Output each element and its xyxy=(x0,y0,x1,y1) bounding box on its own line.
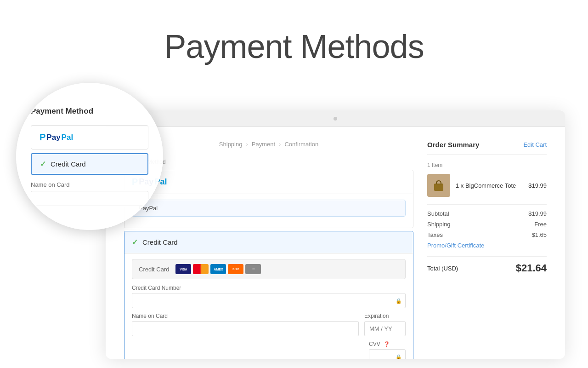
name-on-card-label: Name on Card xyxy=(132,313,359,319)
paypal-option-row: PayPal xyxy=(132,200,406,217)
discover-icon: DISC xyxy=(228,264,243,274)
paypal-method-body: PayPal xyxy=(124,194,413,228)
order-summary-header: Order Summary Edit Cart xyxy=(427,141,547,155)
mag-credit-row[interactable]: ✓ Credit Card xyxy=(31,153,148,175)
name-on-card-input-wrapper xyxy=(132,321,359,336)
browser-content: Shipping › Payment › Confirmation Paymen… xyxy=(106,127,565,359)
cvv-lock-icon: 🔒 xyxy=(396,354,402,359)
other-card-icon: ··· xyxy=(245,264,261,274)
mag-paypal-pay: Pay xyxy=(46,133,60,142)
page-title-section: Payment Methods xyxy=(0,0,588,84)
magnifier-content: Payment Method P PayPal ✓ Credit Card Na… xyxy=(17,93,162,220)
mag-section-title: Payment Method xyxy=(31,107,148,116)
mag-paypal-row[interactable]: P PayPal xyxy=(31,125,148,150)
expiration-label: Expiration xyxy=(364,313,406,319)
order-item: 1 x BigCommerce Tote $19.99 xyxy=(427,174,547,197)
card-brands: VISA AMEX DISC ··· xyxy=(175,264,261,274)
credit-card-label: Credit Card xyxy=(142,238,178,246)
card-number-label: Credit Card Number xyxy=(132,285,406,291)
mastercard-icon xyxy=(193,264,209,274)
taxes-label: Taxes xyxy=(427,231,443,238)
subtotal-value: $19.99 xyxy=(528,210,547,217)
check-icon: ✓ xyxy=(132,238,138,247)
cvv-label: CVV ❓ xyxy=(369,341,406,347)
credit-card-method-option[interactable]: ✓ Credit Card Credit Card VISA AMEX DISC… xyxy=(124,231,413,359)
subtotal-label: Subtotal xyxy=(427,210,449,217)
item-count: 1 Item xyxy=(427,162,547,168)
expiration-input[interactable] xyxy=(364,321,406,336)
order-summary-title: Order Summary xyxy=(427,141,479,149)
payment-panel: Shipping › Payment › Confirmation Paymen… xyxy=(124,141,413,345)
amex-icon: AMEX xyxy=(210,264,226,274)
item-name: 1 x BigCommerce Tote xyxy=(456,182,523,189)
mag-paypal-p-icon: P xyxy=(40,132,45,143)
browser-window: Shipping › Payment › Confirmation Paymen… xyxy=(106,110,565,359)
order-totals: Subtotal $19.99 Shipping Free Taxes $1.6… xyxy=(427,204,547,274)
browser-chrome xyxy=(106,110,565,127)
svg-rect-1 xyxy=(435,184,442,184)
step-payment: Payment xyxy=(252,141,275,148)
credit-card-method-body: Credit Card VISA AMEX DISC ··· Cred xyxy=(124,253,413,359)
mag-check-icon: ✓ xyxy=(40,160,46,168)
browser-dot xyxy=(334,117,337,121)
subtotal-row: Subtotal $19.99 xyxy=(427,210,547,217)
credit-card-option-row: Credit Card VISA AMEX DISC ··· xyxy=(132,259,406,279)
edit-cart-link[interactable]: Edit Cart xyxy=(523,141,547,148)
order-summary-panel: Order Summary Edit Cart 1 Item 1 xyxy=(427,141,547,345)
card-number-group: Credit Card Number 🔒 xyxy=(132,285,406,308)
tote-bag-svg xyxy=(430,177,447,194)
grand-total-row: Total (USD) $21.64 xyxy=(427,256,547,274)
mag-name-on-card-input[interactable] xyxy=(31,191,148,206)
shipping-row: Shipping Free xyxy=(427,221,547,228)
step-shipping: Shipping xyxy=(219,141,243,148)
name-on-card-group: Name on Card xyxy=(132,313,359,336)
cvv-group: CVV ❓ 🔒 xyxy=(369,341,406,359)
method-type-label: Payment Method xyxy=(124,159,413,165)
paypal-method-option[interactable]: P PayPal PayPal xyxy=(124,170,413,228)
expiration-group: Expiration xyxy=(364,313,406,336)
cvv-help-icon: ❓ xyxy=(384,341,390,347)
cvv-row: CVV ❓ 🔒 xyxy=(132,341,406,359)
item-image xyxy=(427,174,450,197)
mag-paypal-logo: P PayPal xyxy=(40,132,73,143)
promo-link[interactable]: Promo/Gift Certificate xyxy=(427,242,547,249)
svg-rect-0 xyxy=(434,184,443,191)
cvv-input-wrapper: 🔒 xyxy=(369,349,406,359)
taxes-row: Taxes $1.65 xyxy=(427,231,547,238)
mag-name-on-card-label: Name on Card xyxy=(31,181,148,188)
step-confirmation: Confirmation xyxy=(284,141,318,148)
mag-credit-label: Credit Card xyxy=(51,160,86,168)
taxes-value: $1.65 xyxy=(531,231,547,238)
grand-total-amount: $21.64 xyxy=(516,262,547,274)
credit-card-option-label: Credit Card xyxy=(139,266,169,273)
cvv-spacer xyxy=(132,341,363,359)
card-number-input-wrapper: 🔒 xyxy=(132,293,406,308)
visa-icon: VISA xyxy=(175,264,191,274)
credit-card-method-header[interactable]: ✓ Credit Card xyxy=(124,231,413,253)
card-number-lock-icon: 🔒 xyxy=(396,298,402,304)
card-number-input[interactable] xyxy=(132,293,406,308)
magnifier-overlay: Payment Method P PayPal ✓ Credit Card Na… xyxy=(16,83,163,230)
grand-total-label: Total (USD) xyxy=(427,265,458,272)
name-on-card-input[interactable] xyxy=(132,321,359,336)
paypal-method-header[interactable]: P PayPal xyxy=(124,170,413,194)
checkout-steps: Shipping › Payment › Confirmation xyxy=(124,141,413,148)
shipping-value: Free xyxy=(534,221,547,228)
page-title: Payment Methods xyxy=(0,28,588,65)
name-expiry-row: Name on Card Expiration xyxy=(132,313,406,336)
item-info: 1 x BigCommerce Tote xyxy=(456,182,523,189)
mag-paypal-pal: Pal xyxy=(62,133,74,142)
item-price: $19.99 xyxy=(528,182,547,189)
shipping-label: Shipping xyxy=(427,221,451,228)
